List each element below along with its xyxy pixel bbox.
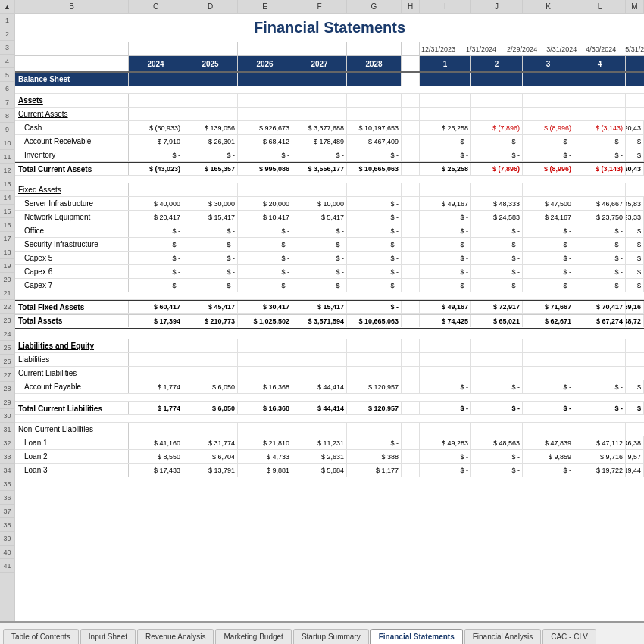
tab-table-of-contents[interactable]: Table of Contents: [3, 629, 79, 644]
off-2025: $ -: [183, 224, 238, 237]
ne-p5: $ 23,33: [626, 211, 644, 224]
fixed-assets-label-row: Fixed Assets: [15, 183, 644, 197]
title-text: Financial Statements: [254, 19, 405, 36]
si-p2: $ 48,333: [471, 197, 523, 210]
capex7-label: Capex 7: [15, 279, 129, 292]
network-equip-row: Network Equipment $ 20,417 $ 15,417 $ 10…: [15, 211, 644, 224]
cash-2025: $ 139,056: [183, 121, 238, 134]
cash-2024: $ (50,933): [129, 121, 183, 134]
si-p4: $ 46,667: [574, 197, 626, 210]
network-equip-label: Network Equipment: [15, 211, 129, 224]
spacer-6: [15, 415, 644, 423]
spacer-3: [15, 292, 644, 300]
loan2-label: Loan 2: [15, 450, 129, 463]
col-c-header: C: [129, 0, 183, 13]
tca-p3: $ (8,996): [523, 163, 574, 175]
col-b-header: B: [15, 0, 129, 13]
tab-startup-summary[interactable]: Startup Summary: [293, 629, 369, 644]
spacer-5: [15, 394, 644, 402]
loan3-row: Loan 3 $ 17,433 $ 13,791 $ 9,881 $ 5,684…: [15, 464, 644, 477]
non-current-liabilities-label-row: Non-Current Liabilities: [15, 423, 644, 436]
loan1-label: Loan 1: [15, 436, 129, 449]
office-label: Office: [15, 224, 129, 237]
tca-2027: $ 3,556,177: [292, 163, 347, 175]
ar-2027: $ 178,489: [292, 135, 347, 148]
tca-2024: $ (43,023): [129, 163, 183, 175]
col-i-header: I: [420, 0, 471, 13]
si-2025: $ 30,000: [183, 197, 238, 210]
tab-marketing-budget[interactable]: Marketing Budget: [215, 629, 291, 644]
non-current-liabilities-label: Non-Current Liabilities: [15, 423, 129, 436]
sec-p4: $ -: [574, 238, 626, 251]
current-assets-label: Current Assets: [15, 108, 129, 120]
cash-label: Cash: [15, 121, 129, 134]
total-fa-label: Total Fixed Assets: [15, 301, 129, 313]
loan1-row: Loan 1 $ 41,160 $ 31,774 $ 21,810 $ 11,2…: [15, 436, 644, 450]
cash-p4: $ (3,143): [574, 121, 626, 134]
sec-p5: $: [626, 238, 644, 251]
si-2024: $ 40,000: [129, 197, 183, 210]
ar-p4: $ -: [574, 135, 626, 148]
tab-cac-clv[interactable]: CAC - CLV: [542, 629, 596, 644]
off-p5: $: [626, 224, 644, 237]
ne-p3: $ 24,167: [523, 211, 574, 224]
tca-p4: $ (3,143): [574, 163, 626, 175]
total-ca-label: Total Current Assets: [15, 163, 129, 175]
period-3-header: 3: [523, 56, 574, 71]
security-infra-row: Security Infrastructure $ - $ - $ - $ - …: [15, 238, 644, 252]
si-2026: $ 20,000: [238, 197, 292, 210]
sec-p1: $ -: [420, 238, 471, 251]
period-4-header: 4: [574, 56, 626, 71]
ar-2026: $ 68,412: [238, 135, 292, 148]
off-p1: $ -: [420, 224, 471, 237]
tab-input-sheet[interactable]: Input Sheet: [80, 629, 136, 644]
ar-row: Account Receivable $ 7,910 $ 26,301 $ 68…: [15, 135, 644, 148]
capex5-label: Capex 5: [15, 252, 129, 264]
sec-p2: $ -: [471, 238, 523, 251]
inv-2026: $ -: [238, 148, 292, 161]
ar-p1: $ -: [420, 135, 471, 148]
off-p4: $ -: [574, 224, 626, 237]
inv-p1: $ -: [420, 148, 471, 161]
ne-p4: $ 23,750: [574, 211, 626, 224]
year-2028-header: 2028: [347, 56, 402, 71]
period-1-header: 1: [420, 56, 471, 71]
balance-sheet-label: Balance Sheet: [15, 73, 129, 86]
period-dates-header: 12/31/2023 1/31/2024 2/29/2024 3/31/2024…: [420, 42, 644, 55]
inv-2028: $ -: [347, 148, 402, 161]
tca-2025: $ 165,357: [183, 163, 238, 175]
ar-p5: $: [626, 135, 644, 148]
cash-p5: $ (20,43: [626, 121, 644, 134]
fixed-assets-label: Fixed Assets: [15, 183, 129, 196]
tab-financial-statements[interactable]: Financial Statements: [370, 629, 463, 644]
inventory-row: Inventory $ - $ - $ - $ - $ - $ - $ - $ …: [15, 148, 644, 162]
spacer-1: [15, 86, 644, 94]
cash-2026: $ 926,673: [238, 121, 292, 134]
col-m-header: M: [626, 0, 644, 13]
current-assets-label-row: Current Assets: [15, 108, 644, 121]
year-2025-header: 2025: [183, 56, 238, 71]
ne-2024: $ 20,417: [129, 211, 183, 224]
ar-2025: $ 26,301: [183, 135, 238, 148]
balance-sheet-header: Balance Sheet: [15, 73, 644, 86]
tca-p1: $ 25,258: [420, 163, 471, 175]
inv-p4: $ -: [574, 148, 626, 161]
tab-revenue-analysis[interactable]: Revenue Analysis: [137, 629, 214, 644]
cash-2028: $ 10,197,653: [347, 121, 402, 134]
ar-2024: $ 7,910: [129, 135, 183, 148]
sec-2028: $ -: [347, 238, 402, 251]
tab-financial-analysis[interactable]: Financial Analysis: [464, 629, 541, 644]
year-period-spacer: [15, 56, 129, 71]
si-p5: $ 45,83: [626, 197, 644, 210]
total-ca-row: Total Current Assets $ (43,023) $ 165,35…: [15, 162, 644, 176]
server-infra-row: Server Infrastructure $ 40,000 $ 30,000 …: [15, 197, 644, 211]
off-2026: $ -: [238, 224, 292, 237]
data-area: Balance Sheet Assets: [15, 73, 644, 621]
cash-p2: $ (7,896): [471, 121, 523, 134]
inventory-label: Inventory: [15, 148, 129, 161]
total-assets-label: Total Assets: [15, 315, 129, 327]
ne-2027: $ 5,417: [292, 211, 347, 224]
col-h-header: H: [402, 0, 420, 13]
loan2-row: Loan 2 $ 8,550 $ 6,704 $ 4,733 $ 2,631 $…: [15, 450, 644, 464]
security-infra-label: Security Infrastructure: [15, 238, 129, 251]
